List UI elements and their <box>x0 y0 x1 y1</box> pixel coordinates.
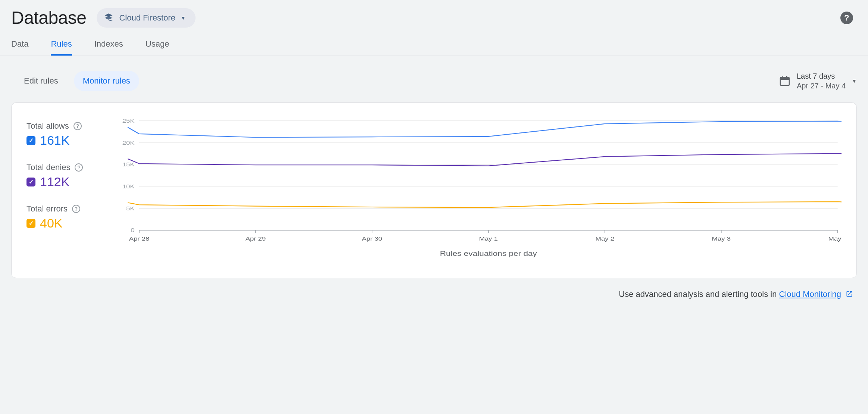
svg-text:20K: 20K <box>122 139 135 146</box>
help-icon[interactable]: ? <box>74 122 82 130</box>
svg-rect-1 <box>780 78 789 80</box>
legend-item-errors: Total errors ? ✓ 40K <box>26 204 109 230</box>
subtab-edit-rules[interactable]: Edit rules <box>15 71 67 91</box>
rules-chart: 05K10K15K20K25KApr 28Apr 29Apr 30May 1Ma… <box>112 117 842 259</box>
svg-text:10K: 10K <box>122 183 135 189</box>
tab-usage[interactable]: Usage <box>146 39 169 56</box>
svg-text:Apr 28: Apr 28 <box>129 235 150 242</box>
svg-text:May 2: May 2 <box>596 235 614 242</box>
database-selector-dropdown[interactable]: Cloud Firestore ▼ <box>97 8 195 28</box>
page-title: Database <box>11 7 86 28</box>
tab-data[interactable]: Data <box>11 39 28 56</box>
legend-label-errors: Total errors <box>26 204 68 214</box>
date-range-text: Last 7 days Apr 27 - May 4 <box>797 71 846 91</box>
svg-text:Apr 29: Apr 29 <box>246 235 266 242</box>
date-range-line2: Apr 27 - May 4 <box>797 81 846 91</box>
legend-label-denies: Total denies <box>26 163 70 172</box>
page-header: Database Cloud Firestore ▼ ? <box>0 0 868 28</box>
svg-text:May 4: May 4 <box>828 235 842 242</box>
calendar-icon <box>779 75 791 87</box>
date-range-line1: Last 7 days <box>797 71 846 81</box>
database-selector-label: Cloud Firestore <box>119 13 175 23</box>
cloud-monitoring-link[interactable]: Cloud Monitoring <box>779 289 841 299</box>
footer-prefix: Use advanced analysis and alerting tools… <box>619 289 779 299</box>
svg-text:5K: 5K <box>126 205 135 211</box>
legend-item-denies: Total denies ? ✓ 112K <box>26 163 109 189</box>
svg-text:Rules evaluations per day: Rules evaluations per day <box>440 250 537 257</box>
svg-text:May 3: May 3 <box>712 235 731 242</box>
firestore-icon <box>103 13 114 23</box>
chevron-down-icon: ▼ <box>181 15 186 21</box>
chart-svg: 05K10K15K20K25KApr 28Apr 29Apr 30May 1Ma… <box>112 117 842 259</box>
subtab-monitor-rules[interactable]: Monitor rules <box>74 71 139 91</box>
tab-indexes[interactable]: Indexes <box>94 39 123 56</box>
date-range-selector[interactable]: Last 7 days Apr 27 - May 4 ▼ <box>779 71 857 91</box>
help-icon[interactable]: ? <box>75 163 83 172</box>
legend-value-errors: 40K <box>40 216 63 230</box>
svg-text:May 1: May 1 <box>479 235 498 242</box>
help-icon[interactable]: ? <box>840 12 853 24</box>
rules-usage-card: Total allows ? ✓ 161K Total denies ? ✓ 1… <box>11 102 857 278</box>
rules-subtabs: Edit rules Monitor rules <box>15 71 139 91</box>
svg-text:15K: 15K <box>122 161 135 168</box>
svg-text:Apr 30: Apr 30 <box>362 235 383 242</box>
main-tabs: Data Rules Indexes Usage <box>0 28 868 56</box>
tab-rules[interactable]: Rules <box>51 39 72 56</box>
chart-legend: Total allows ? ✓ 161K Total denies ? ✓ 1… <box>26 117 109 259</box>
help-icon[interactable]: ? <box>72 205 80 213</box>
rules-subbar: Edit rules Monitor rules Last 7 days Apr… <box>0 56 868 102</box>
legend-checkbox-allows[interactable]: ✓ <box>26 136 35 145</box>
svg-rect-3 <box>786 76 787 79</box>
svg-text:25K: 25K <box>122 117 135 124</box>
svg-text:0: 0 <box>131 227 134 233</box>
chevron-down-icon: ▼ <box>852 78 857 84</box>
legend-value-denies: 112K <box>40 175 69 189</box>
svg-rect-2 <box>782 76 783 79</box>
footer-hint: Use advanced analysis and alerting tools… <box>0 278 868 299</box>
external-link-icon <box>846 290 853 298</box>
legend-label-allows: Total allows <box>26 121 69 131</box>
legend-checkbox-denies[interactable]: ✓ <box>26 178 35 186</box>
legend-value-allows: 161K <box>40 133 69 148</box>
legend-item-allows: Total allows ? ✓ 161K <box>26 121 109 148</box>
legend-checkbox-errors[interactable]: ✓ <box>26 219 35 228</box>
